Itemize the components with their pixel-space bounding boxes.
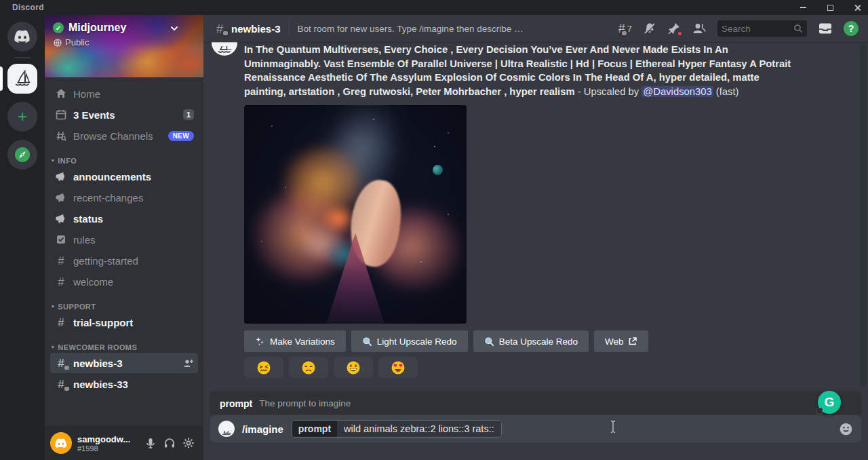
reaction-grinning-face[interactable]	[334, 357, 373, 378]
button-label: Beta Upscale Redo	[499, 337, 578, 347]
message-composer[interactable]: /imagine prompt wild animals zebra::2 li…	[210, 415, 861, 442]
megaphone-icon	[54, 191, 68, 204]
channel-name: rules	[73, 234, 194, 246]
make-variations-button[interactable]: Make Variations	[244, 330, 346, 352]
inbox-button[interactable]	[818, 22, 833, 35]
close-icon	[854, 4, 861, 12]
server-header-dropdown[interactable]: ✓ Midjourney	[53, 22, 126, 34]
channel-trial-support[interactable]: # trial-support	[50, 312, 198, 332]
add-server-button[interactable]: +	[7, 102, 37, 132]
channel-name: getting-started	[73, 255, 194, 267]
midjourney-server-button[interactable]	[7, 64, 37, 94]
sparkles-icon	[255, 337, 265, 347]
section-header-support[interactable]: ▼ SUPPORT	[50, 303, 198, 311]
hash-icon: #	[54, 254, 68, 267]
rail-divider	[14, 57, 31, 58]
search-icon	[793, 24, 803, 33]
maximize-button[interactable]	[825, 2, 835, 13]
microphone-icon	[144, 437, 157, 449]
search-input[interactable]	[722, 24, 793, 34]
channel-welcome[interactable]: # welcome	[50, 271, 198, 292]
discord-logo-icon	[14, 30, 31, 43]
minimize-button[interactable]	[797, 2, 808, 13]
grammarly-button[interactable]: G	[818, 391, 841, 414]
generated-image[interactable]	[244, 105, 467, 324]
channel-rules[interactable]: rules	[50, 229, 198, 250]
home-server-button[interactable]	[7, 22, 37, 52]
channel-topic[interactable]: Bot room for new users. Type /imagine th…	[298, 24, 528, 34]
command-option-pill[interactable]: prompt wild animals zebra::2 lions::3 ra…	[292, 420, 502, 438]
server-rail: +	[0, 15, 45, 460]
sidebar-item-label: Home	[73, 88, 194, 100]
user-discriminator: #1598	[77, 444, 141, 453]
bot-avatar-small	[218, 421, 235, 437]
cosmic-portrait-art	[244, 105, 467, 324]
globe-icon	[54, 39, 62, 47]
light-upscale-redo-button[interactable]: Light Upscale Redo	[351, 330, 468, 352]
user-info[interactable]: samgoodw... #1598	[77, 434, 141, 453]
calendar-icon	[54, 108, 68, 121]
hash-icon: #	[54, 275, 68, 288]
search-box[interactable]	[717, 20, 807, 37]
section-header-newcomer-rooms[interactable]: ▼ NEWCOMER ROOMS	[50, 343, 198, 351]
sidebar-item-home[interactable]: Home	[50, 83, 198, 104]
hint-option-name: prompt	[220, 398, 252, 409]
mute-channel-button[interactable]	[643, 22, 656, 35]
deafen-button[interactable]	[160, 434, 179, 453]
mute-mic-button[interactable]	[141, 434, 160, 453]
maximize-icon	[827, 5, 833, 11]
reaction-disappointed-face[interactable]	[289, 357, 328, 378]
username: samgoodw...	[77, 434, 141, 444]
heart-eyes-face-icon	[391, 360, 406, 375]
header-divider	[289, 21, 290, 36]
message-text: In The Quantum Multiverses, Every Choice…	[244, 43, 802, 98]
channel-newbies-3[interactable]: # newbies-3	[50, 353, 198, 373]
command-hint-bar[interactable]: prompt The prompt to imagine	[210, 392, 861, 415]
close-button[interactable]	[852, 2, 863, 13]
help-button[interactable]: ?	[844, 21, 859, 36]
section-header-info[interactable]: ▼ INFO	[50, 157, 198, 165]
chevron-down-icon	[170, 24, 179, 33]
visibility-label: Public	[65, 37, 89, 47]
create-invite-icon[interactable]	[182, 358, 194, 369]
member-list-button[interactable]	[692, 22, 707, 35]
threads-button[interactable]: # 7	[618, 22, 632, 35]
user-mention[interactable]: @Davidson303	[642, 86, 713, 97]
pin-alert-dot	[677, 31, 683, 37]
hint-option-description: The prompt to imagine	[259, 398, 351, 408]
plus-icon: +	[18, 109, 27, 125]
channel-getting-started[interactable]: # getting-started	[50, 250, 198, 271]
smiley-icon	[839, 422, 853, 436]
fast-mode-text: (fast)	[713, 86, 739, 97]
discord-app: Discord +	[0, 0, 868, 460]
emoji-picker-button[interactable]	[839, 422, 853, 436]
option-value-input[interactable]: wild animals zebra::2 lions::3 rats::	[337, 421, 501, 437]
sidebar-item-events[interactable]: 3 Events 1	[50, 104, 198, 125]
explore-servers-button[interactable]	[7, 140, 37, 170]
reaction-heart-eyes-face[interactable]	[378, 357, 418, 378]
channel-status[interactable]: status	[50, 208, 198, 229]
reaction-confounded-face[interactable]	[244, 357, 283, 378]
user-avatar[interactable]	[50, 432, 72, 454]
discord-logo-icon	[54, 438, 68, 448]
channel-announcements[interactable]: announcements	[50, 166, 198, 187]
sidebar-item-browse-channels[interactable]: Browse Channels NEW	[50, 126, 198, 146]
beta-upscale-redo-button[interactable]: Beta Upscale Redo	[473, 330, 589, 352]
chevron-down-icon: ▼	[50, 345, 56, 349]
channel-title: newbies-3	[231, 23, 281, 35]
user-settings-button[interactable]	[179, 434, 198, 453]
channel-header: # newbies-3 Bot room for new users. Type…	[203, 15, 868, 42]
text-cursor	[610, 420, 616, 434]
channel-newbies-33[interactable]: # newbies-33	[50, 374, 198, 394]
channel-recent-changes[interactable]: recent-changes	[50, 187, 198, 208]
chat-scrollbar[interactable]	[860, 43, 867, 387]
bot-avatar[interactable]	[212, 42, 237, 56]
pinned-messages-button[interactable]	[667, 22, 681, 35]
server-banner[interactable]: ✓ Midjourney Public	[45, 15, 203, 77]
disappointed-face-icon	[301, 360, 316, 375]
midjourney-sailboat-icon	[220, 431, 233, 437]
server-name: Midjourney	[68, 22, 126, 34]
hash-chat-icon: #	[54, 377, 68, 391]
web-link-button[interactable]: Web	[594, 330, 649, 352]
sidebar-item-label: 3 Events	[73, 109, 183, 121]
